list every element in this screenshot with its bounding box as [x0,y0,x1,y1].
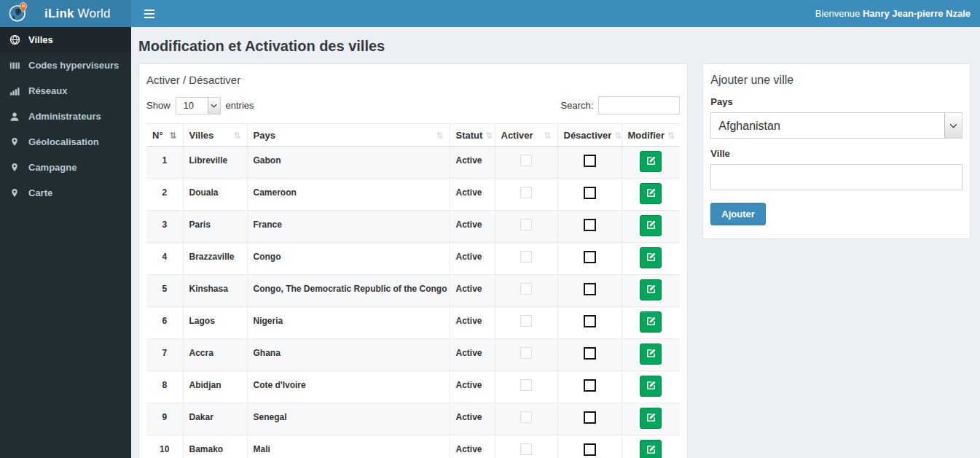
table-row: 5KinshasaCongo, The Democratic Republic … [146,275,680,307]
modifier-button[interactable] [640,279,662,300]
sidebar-item-administrateurs[interactable]: Administrateurs [0,104,131,129]
cell-numero: 1 [146,147,183,179]
desactiver-checkbox[interactable] [584,219,596,231]
modifier-button[interactable] [640,311,662,333]
modifier-button[interactable] [640,344,662,365]
activer-checkbox[interactable] [520,187,532,198]
edit-icon [646,220,656,233]
column-header-pays[interactable]: Pays⇅ [247,124,450,147]
search-control: Search: [561,96,681,114]
barcode-icon [9,61,20,71]
cell-desactiver [557,403,622,435]
cell-desactiver [557,211,622,243]
column-label: Modifier [628,130,665,141]
table-row: 2DoualaCameroonActive [146,179,680,211]
sort-icon: ⇅ [436,131,443,140]
activer-checkbox[interactable] [520,379,532,391]
search-input[interactable] [598,96,680,114]
cell-numero: 5 [146,275,183,307]
brand-logo[interactable]: $ iLink World [0,0,131,27]
activer-checkbox[interactable] [520,315,532,327]
sidebar-item-carte[interactable]: Carte [0,180,131,206]
modifier-button[interactable] [640,376,662,397]
modifier-button[interactable] [640,440,662,458]
city-label: Ville [710,148,963,159]
edit-icon [646,412,656,425]
activer-checkbox[interactable] [520,347,532,359]
table-row: 8AbidjanCote d'IvoireActive [146,371,680,403]
cell-modifier [622,435,680,458]
sidebar-item-label: Villes [28,34,53,45]
edit-icon [646,252,656,265]
desactiver-checkbox[interactable] [584,155,596,167]
modifier-button[interactable] [640,247,662,268]
cell-pays: Nigeria [247,307,450,339]
globe-icon [9,34,20,45]
sort-icon: ⇅ [667,131,675,140]
sidebar-item-codes-hyperviseurs[interactable]: Codes hyperviseurs [0,53,131,78]
cell-numero: 2 [146,179,183,211]
sidebar-item-label: Administrateurs [28,111,101,122]
sidebar-item-campagne[interactable]: Campagne [0,155,131,180]
desactiver-checkbox[interactable] [584,379,596,392]
cell-numero: 8 [146,371,183,403]
edit-icon [646,187,656,201]
cell-pays: Senegal [247,403,450,435]
table-row: 10BamakoMaliActive [146,435,680,458]
country-select[interactable]: Afghanistan [710,112,963,139]
table-row: 1LibrevilleGabonActive [146,147,680,179]
cell-modifier [622,307,680,339]
cell-activer [495,435,557,458]
modifier-button[interactable] [640,151,662,172]
edit-icon [646,444,656,457]
sort-icon: ⇅ [233,131,240,140]
cell-modifier [622,371,680,403]
sort-icon: ⇅ [485,131,493,140]
column-header-activer[interactable]: Activer⇅ [495,124,557,147]
cell-numero: 6 [146,307,183,339]
sidebar-toggle-button[interactable] [143,7,156,21]
activer-checkbox[interactable] [520,443,532,455]
sidebar-item-reseaux[interactable]: Réseaux [0,78,131,104]
modifier-button[interactable] [640,215,662,236]
table-header-row: N°⇅Villes⇅Pays⇅Statut⇅Activer⇅Désactiver… [146,124,680,147]
column-header-n[interactable]: N°⇅ [146,124,183,147]
page-length-select[interactable]: 10 [176,97,221,114]
desactiver-checkbox[interactable] [584,315,596,327]
datatable-controls: Show 10 entries Search: [146,96,680,114]
cell-desactiver [557,371,622,403]
column-header-desactiver[interactable]: Désactiver⇅ [557,124,622,147]
chart-bars-icon [9,86,20,96]
city-input[interactable] [710,164,963,190]
sidebar-item-label: Codes hyperviseurs [28,60,119,71]
cell-activer [495,275,557,307]
column-header-villes[interactable]: Villes⇅ [183,124,247,147]
modifier-button[interactable] [640,183,662,204]
modifier-button[interactable] [640,408,662,429]
add-city-button[interactable]: Ajouter [710,203,766,225]
column-label: Activer [501,130,533,141]
welcome-user-text: Bienvenue Hanry Jean-pierre Nzale [815,8,971,19]
column-header-modifier[interactable]: Modifier⇅ [622,124,680,147]
sidebar-item-geolocalisation[interactable]: Géolocalisation [0,129,131,155]
desactiver-checkbox[interactable] [584,251,596,263]
desactiver-checkbox[interactable] [584,411,596,424]
map-pin-icon [9,162,20,173]
activer-checkbox[interactable] [520,155,532,166]
activer-checkbox[interactable] [520,411,532,423]
desactiver-checkbox[interactable] [584,443,596,456]
sidebar-item-villes[interactable]: Villes [0,27,131,53]
activer-checkbox[interactable] [520,219,532,230]
cell-desactiver [557,147,622,179]
add-city-panel: Ajouter une ville Pays Afghanistan Ville… [702,63,971,239]
cell-ville: Lagos [183,307,247,339]
activer-checkbox[interactable] [520,251,532,263]
main-content: Modification et Activation des villes Ac… [131,27,980,458]
cell-numero: 10 [146,435,183,458]
desactiver-checkbox[interactable] [584,347,596,360]
desactiver-checkbox[interactable] [584,187,596,199]
desactiver-checkbox[interactable] [584,283,596,295]
column-header-statut[interactable]: Statut⇅ [450,124,495,147]
activer-checkbox[interactable] [520,283,532,295]
cell-numero: 9 [146,403,183,435]
